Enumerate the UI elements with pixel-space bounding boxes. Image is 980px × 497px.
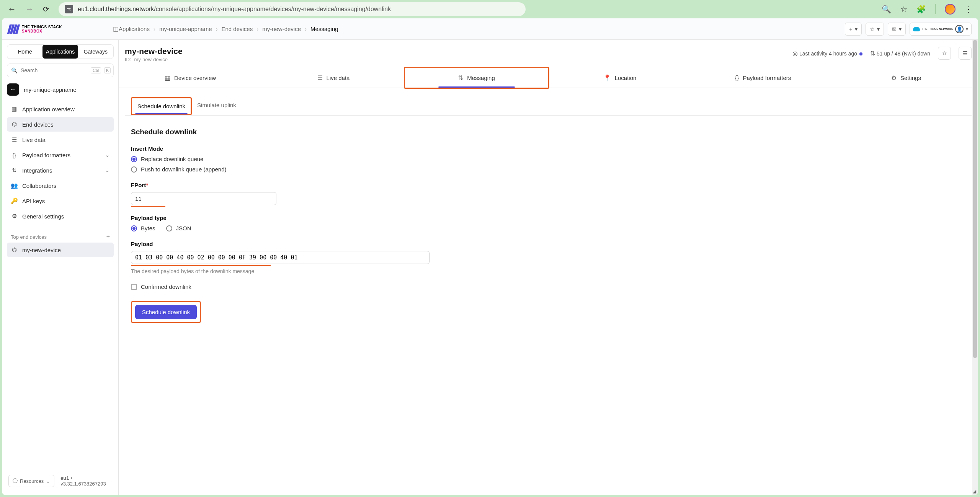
sub-tab-schedule-downlink[interactable]: Schedule downlink	[131, 97, 192, 115]
radio-json[interactable]	[166, 225, 172, 231]
sidebar-item-end-devices[interactable]: ⌬End devices	[7, 117, 114, 132]
radio-json-label: JSON	[176, 225, 191, 231]
add-button[interactable]: +▾	[845, 23, 861, 36]
tab-messaging[interactable]: ⇅Messaging	[404, 67, 549, 89]
app-window: THE THINGS STACK SANDBOX ◫ Applications …	[2, 18, 978, 495]
vertical-scrollbar[interactable]: ◢	[972, 40, 978, 495]
radio-replace-label: Replace downlink queue	[141, 156, 203, 162]
sidebar-item-general-settings[interactable]: ⚙General settings	[7, 209, 114, 223]
sidebar-items: ▦Application overview ⌬End devices ☰Live…	[7, 102, 114, 223]
tab-location[interactable]: 📍Location	[548, 68, 691, 88]
up-down-count: ⇅ 51 up / 48 (Nwk) down	[870, 50, 930, 57]
sidebar-item-label: Integrations	[22, 167, 52, 174]
profile-avatar[interactable]	[945, 4, 956, 15]
payload-input[interactable]	[131, 251, 430, 264]
kebab-menu-icon[interactable]: ⋮	[965, 5, 972, 14]
insert-mode-label: Insert Mode	[131, 145, 965, 152]
star-button[interactable]: ☆▾	[866, 23, 884, 36]
radio-replace[interactable]	[131, 156, 137, 162]
resize-handle-icon: ◢	[972, 489, 977, 494]
confirmed-checkbox[interactable]	[131, 284, 137, 290]
payload-type-label: Payload type	[131, 215, 965, 221]
sidebar-item-collaborators[interactable]: 👥Collaborators	[7, 178, 114, 193]
kbd-k: K	[104, 67, 111, 73]
sidebar-item-integrations[interactable]: ⇅Integrations⌄	[7, 163, 114, 178]
tab-device-overview[interactable]: ▦Device overview	[119, 68, 262, 88]
breadcrumb-current: Messaging	[310, 26, 338, 32]
nav-tab-applications[interactable]: Applications	[42, 45, 78, 59]
breadcrumb-applications[interactable]: Applications	[119, 26, 150, 32]
search-box[interactable]: 🔍 Ctrl K	[7, 64, 114, 77]
gear-icon: ⚙	[891, 74, 897, 81]
radio-push[interactable]	[131, 166, 137, 173]
sidebar-item-api-keys[interactable]: 🔑API keys	[7, 194, 114, 208]
collapse-sidebar-icon[interactable]: ◫	[113, 25, 119, 33]
radio-push-row[interactable]: Push to downlink queue (append)	[131, 166, 965, 173]
people-icon: 👥	[11, 182, 18, 189]
tab-live-data[interactable]: ☰Live data	[262, 68, 405, 88]
reload-icon[interactable]: ⟳	[43, 5, 49, 14]
confirmed-downlink-row[interactable]: Confirmed downlink	[131, 284, 965, 290]
search-input[interactable]	[21, 67, 88, 73]
chevron-down-icon: ▾	[877, 26, 880, 32]
device-id: ID: my-new-device	[125, 57, 183, 62]
back-button[interactable]: ←	[7, 83, 19, 96]
star-icon: ☆	[942, 50, 947, 56]
tab-payload-formatters[interactable]: {}Payload formatters	[691, 68, 835, 88]
bookmark-star-icon[interactable]: ☆	[900, 5, 907, 14]
resources-button[interactable]: ⓘResources⌄	[8, 475, 54, 487]
chevron-down-icon: ⌄	[46, 478, 50, 484]
forward-arrow-icon[interactable]: →	[25, 4, 34, 14]
zoom-icon[interactable]: 🔍	[882, 5, 891, 14]
sidebar: Home Applications Gateways 🔍 Ctrl K ← my…	[2, 40, 119, 495]
inbox-button[interactable]: ✉▾	[888, 23, 906, 36]
sub-tab-simulate-uplink[interactable]: Simulate uplink	[192, 97, 242, 115]
payload-helper: The desired payload bytes of the downlin…	[131, 268, 965, 274]
cloud-icon	[913, 27, 920, 31]
sidebar-item-live-data[interactable]: ☰Live data	[7, 132, 114, 147]
sidebar-section-top-devices: Top end devices + ⌬my-new-device	[7, 231, 114, 257]
address-bar[interactable]: ⇆ eu1.cloud.thethings.network/console/ap…	[59, 2, 526, 16]
scrollbar-thumb[interactable]	[973, 40, 977, 358]
radio-bytes-row[interactable]: Bytes	[131, 225, 155, 231]
breadcrumb-device[interactable]: my-new-device	[262, 26, 301, 32]
nav-tab-gateways[interactable]: Gateways	[78, 45, 113, 59]
braces-icon: {}	[735, 75, 739, 81]
back-arrow-icon[interactable]: ←	[8, 4, 16, 14]
radio-bytes-label: Bytes	[141, 225, 155, 231]
favorite-button[interactable]: ☆	[938, 47, 951, 60]
extensions-icon[interactable]: 🧩	[916, 5, 926, 14]
sidebar-item-payload-formatters[interactable]: {}Payload formatters⌄	[7, 148, 114, 162]
hamburger-icon: ☰	[963, 50, 968, 56]
chevron-right-icon: ›	[216, 26, 217, 32]
chevron-right-icon: ›	[256, 26, 258, 32]
radio-replace-row[interactable]: Replace downlink queue	[131, 156, 965, 162]
device-tabs: ▦Device overview ☰Live data ⇅Messaging 📍…	[119, 68, 978, 88]
radio-json-row[interactable]: JSON	[166, 225, 191, 231]
chevron-down-icon: ▾	[966, 26, 968, 32]
chevron-down-icon: ⌄	[105, 167, 110, 174]
chip-icon: ⌬	[11, 246, 18, 253]
sidebar-item-overview[interactable]: ▦Application overview	[7, 102, 114, 116]
kbd-ctrl: Ctrl	[91, 67, 101, 73]
grid-icon: ▦	[165, 74, 170, 81]
site-settings-icon[interactable]: ⇆	[65, 5, 73, 13]
sidebar-device-item[interactable]: ⌬my-new-device	[7, 243, 114, 257]
breadcrumb-app[interactable]: my-unique-appname	[159, 26, 212, 32]
provider-badge[interactable]: THE THINGS NETWORK 👤 ▾	[910, 23, 972, 36]
menu-button[interactable]: ☰	[959, 47, 972, 60]
resources-label: Resources	[20, 478, 44, 484]
payload-label: Payload	[131, 241, 965, 247]
app-name-label: my-unique-appname	[24, 86, 77, 93]
nav-tab-home[interactable]: Home	[7, 45, 42, 59]
tab-settings[interactable]: ⚙Settings	[835, 68, 978, 88]
fport-input[interactable]	[131, 192, 276, 205]
breadcrumb-end-devices[interactable]: End devices	[221, 26, 253, 32]
add-device-icon[interactable]: +	[106, 233, 110, 240]
chevron-down-icon: ▾	[899, 26, 902, 32]
sidebar-item-label: Payload formatters	[22, 152, 70, 158]
chip-icon: ⌬	[11, 121, 18, 128]
schedule-downlink-button[interactable]: Schedule downlink	[135, 305, 197, 319]
radio-bytes[interactable]	[131, 225, 137, 231]
logo-icon	[8, 24, 19, 34]
